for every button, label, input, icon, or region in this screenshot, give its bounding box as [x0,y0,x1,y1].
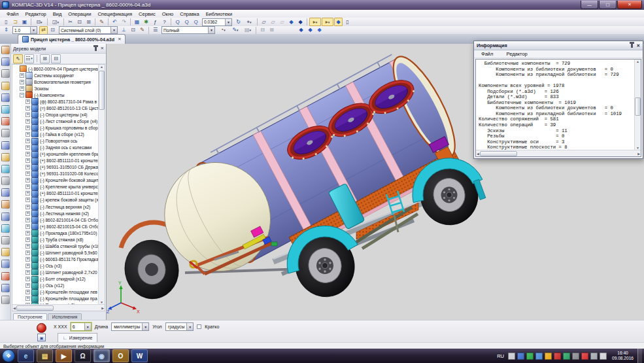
tree-item[interactable]: +(-) Опора цистерны (x4) [12,111,98,118]
expand-toggle-icon[interactable]: + [25,251,30,255]
menu-Файл[interactable]: Файл [3,11,22,17]
tree-item[interactable]: +Эскизы [12,85,98,92]
tree-item[interactable]: +(+) 96931-3101020-08 Колесо с [12,171,98,177]
menu-Вид[interactable]: Вид [50,11,65,17]
omega-app-icon[interactable]: Ω [75,349,91,362]
expand-toggle-icon[interactable]: + [25,231,30,235]
section-view-icon[interactable]: ▯ [343,18,352,26]
zoom-in-icon[interactable]: Q [173,18,182,26]
expand-toggle-icon[interactable]: + [25,277,30,281]
tree-item[interactable]: +(+) 8602-8511110-01 кронштей [12,158,98,164]
tray-device-icon[interactable] [572,353,579,360]
tool-hole-icon[interactable] [1,117,10,126]
tool-edit-icon[interactable] [1,46,10,54]
variables-icon[interactable]: ✱ [142,18,150,26]
tree-item[interactable]: +(+) 96931-3105010 СБ Держате [12,164,98,171]
scale-combo[interactable]: 1.0 ▼ [12,26,37,34]
chevron-down-icon[interactable]: ▼ [110,27,117,33]
windows-explorer-icon[interactable]: ▤ [37,349,53,362]
expand-toggle-icon[interactable]: + [20,86,24,91]
close-icon[interactable]: ✕ [101,46,104,51]
expand-toggle-icon[interactable]: + [25,126,30,130]
tool-round-icon[interactable] [1,105,10,114]
expand-toggle-icon[interactable]: + [25,205,30,209]
highlight-mode-icon[interactable]: ◆ [334,18,343,26]
tool-slope-icon[interactable] [1,153,10,162]
expand-toggle-icon[interactable]: + [25,99,30,104]
scroll-up-icon[interactable]: ▲ [100,65,103,69]
expand-toggle-icon[interactable]: + [25,296,30,301]
abort-button[interactable] [37,323,46,333]
info-menu-Файл[interactable]: Файл [478,51,496,57]
doc-prev-icon[interactable]: ⊟ [258,26,267,35]
print-icon[interactable]: ⊟▾ [33,18,45,26]
tool-shell-icon[interactable] [1,141,10,150]
length-unit-combo[interactable]: миллиметры ▼ [111,322,149,331]
layer-edit-icon[interactable]: ✎ [138,26,146,35]
expand-toggle-icon[interactable]: + [25,184,30,189]
expand-toggle-icon[interactable]: + [25,257,30,262]
pin-icon[interactable] [95,46,97,51]
menu-Редактор[interactable]: Редактор [22,11,49,17]
keep-parameters-icon[interactable]: ▣ [37,334,46,341]
tool-point-icon[interactable] [1,236,10,245]
stamp-mode-icon[interactable]: ▤▾ [242,26,254,35]
expand-toggle-icon[interactable]: + [25,112,30,117]
tool-surface-icon[interactable] [1,213,10,221]
tool-spiral-icon[interactable] [1,69,10,78]
info-horizontal-scrollbar[interactable]: ◀ ▶ [476,150,641,156]
scroll-thumb[interactable] [480,151,517,156]
info-menu-Редактор[interactable]: Редактор [503,51,530,57]
scroll-right-icon[interactable]: ▶ [101,306,104,310]
detail-list-icon[interactable]: ☰ [151,26,160,35]
kompas-3d-icon[interactable]: ◉ [93,349,110,362]
close-icon[interactable]: ✕ [637,43,640,48]
expand-toggle-icon[interactable]: + [25,244,30,249]
spreadsheet-icon[interactable]: ▦ [133,18,141,26]
show-desktop-button[interactable] [637,349,642,363]
tool-mass-icon[interactable] [1,260,10,268]
layer-sheet-icon[interactable]: ⊡ [129,26,137,35]
tree-item[interactable]: +(-) Шплинт разводной 5,9х60 г [12,249,98,256]
tree-structure-icon[interactable]: ☷▾ [24,54,34,63]
expand-toggle-icon[interactable]: + [25,139,30,143]
tree-item[interactable]: +(+) кронштейн крепления бры [12,151,98,158]
tool-extrude-icon[interactable] [1,82,10,90]
expand-toggle-icon[interactable]: + [25,270,30,275]
composition-icon[interactable]: ⊞ [40,54,50,63]
tool-measure-icon[interactable] [1,248,10,256]
expand-toggle-icon[interactable]: + [20,80,24,84]
menu-Окно[interactable]: Окно [159,11,177,17]
chevron-down-icon[interactable]: ▼ [186,323,193,330]
hidden-lines-display-icon[interactable]: ▱ [269,18,277,26]
tree-vertical-scrollbar[interactable]: ▲ ▼ [98,65,105,304]
tree-item[interactable]: +(-) Гайка в сборе (x12) [12,131,98,137]
filter-edges-icon[interactable]: ▸▾ [322,18,333,26]
copy-icon[interactable]: ⊡ [75,18,84,26]
undo-icon[interactable]: ↶ [110,18,119,26]
tray-network-icon[interactable] [590,353,598,360]
menu-Библиотеки[interactable]: Библиотеки [203,11,236,17]
scroll-thumb[interactable] [635,97,641,116]
expand-toggle-icon[interactable]: + [25,145,30,150]
scroll-thumb[interactable] [16,305,54,311]
chevron-down-icon[interactable]: ▼ [30,27,37,33]
tree-item[interactable]: +(+) 8602-8210015-04 СБ Отбор [12,223,98,230]
coordinate-spinner[interactable]: 6 ▼ [71,322,92,331]
tool-axis-icon[interactable] [1,177,10,185]
tree-item[interactable]: +Системы координат [12,72,98,78]
menu-Сервис[interactable]: Сервис [135,11,159,17]
expand-toggle-icon[interactable]: + [25,171,30,176]
tree-item[interactable]: +(-) Шплинт разводной 2,7х20 ( [12,269,98,275]
menu-Операции[interactable]: Операции [65,11,94,17]
tree-item[interactable]: +(-) Шайба стяжной трубы (х16 [12,243,98,249]
tree-item[interactable]: +(-) Труба стяжная (x8) [12,236,98,243]
scroll-thumb[interactable] [99,71,105,110]
info-vertical-scrollbar[interactable]: ▲ ▼ [634,60,641,150]
component-cube-3-icon[interactable]: ◆ [315,26,324,35]
word-icon[interactable]: W [131,349,148,362]
tree-item[interactable]: +(-) Крепление крыла универс [12,184,98,190]
expand-toggle-icon[interactable]: − [20,93,24,97]
zoom-scale-combo[interactable]: 0.0362 ▼ [202,18,232,26]
tree-item[interactable]: +(+) 8602-8511110-01 кронштей [12,190,98,197]
